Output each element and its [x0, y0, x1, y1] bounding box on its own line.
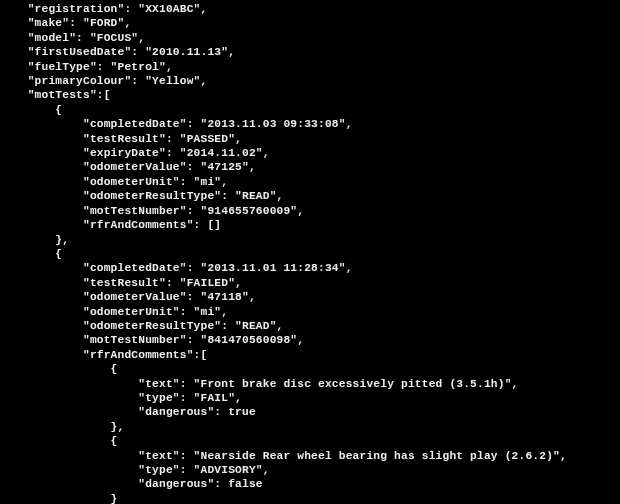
json-code-block: "registration": "XX10ABC", "make": "FORD… — [0, 0, 620, 504]
